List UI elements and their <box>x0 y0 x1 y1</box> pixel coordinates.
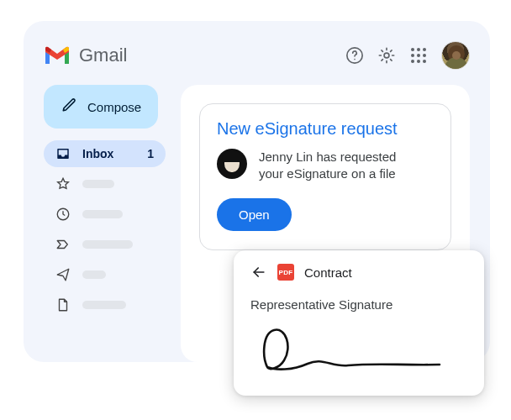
pencil-icon <box>61 97 77 117</box>
signature-document-overlay: PDF Contract Representative Signature <box>234 250 484 396</box>
card-text-line2: your eSignature on a file <box>259 166 396 181</box>
sidebar-item-important[interactable] <box>44 231 166 258</box>
important-icon <box>55 237 71 252</box>
card-text: Jenny Lin has requested your eSignature … <box>259 149 396 183</box>
svg-point-5 <box>423 48 426 51</box>
inbox-label: Inbox <box>82 147 135 160</box>
svg-point-2 <box>384 53 389 58</box>
app-title: Gmail <box>79 45 127 66</box>
snoozed-placeholder <box>82 210 123 218</box>
svg-point-6 <box>411 54 414 57</box>
open-button[interactable]: Open <box>217 198 292 231</box>
compose-label: Compose <box>87 100 141 114</box>
svg-point-4 <box>417 48 420 51</box>
sender-avatar <box>217 149 247 179</box>
starred-placeholder <box>82 180 114 188</box>
gmail-logo-icon <box>44 45 71 66</box>
sidebar-item-inbox[interactable]: Inbox 1 <box>44 140 166 167</box>
sidebar-item-sent[interactable] <box>44 261 166 288</box>
sidebar-item-snoozed[interactable] <box>44 201 166 228</box>
overlay-header: PDF Contract <box>250 264 467 281</box>
inbox-count: 1 <box>147 147 154 160</box>
settings-gear-icon[interactable] <box>377 46 396 65</box>
pdf-icon: PDF <box>277 264 294 281</box>
signature-drawing <box>250 323 452 375</box>
card-text-line1: Jenny Lin has requested <box>259 150 396 164</box>
file-icon <box>55 297 71 312</box>
card-title: New eSignature request <box>217 119 434 139</box>
compose-button[interactable]: Compose <box>44 85 158 129</box>
back-arrow-icon[interactable] <box>250 264 267 281</box>
sidebar: Compose Inbox 1 <box>44 85 166 362</box>
star-icon <box>55 176 71 192</box>
sidebar-item-drafts[interactable] <box>44 291 166 318</box>
header: Gmail <box>44 36 470 75</box>
header-actions <box>345 41 470 70</box>
important-placeholder <box>82 240 133 249</box>
svg-point-9 <box>411 60 414 63</box>
svg-point-10 <box>417 60 420 63</box>
svg-point-3 <box>411 48 414 51</box>
sent-icon <box>55 267 71 282</box>
help-icon[interactable] <box>345 46 364 65</box>
esignature-request-card: New eSignature request Jenny Lin has req… <box>199 103 451 250</box>
account-avatar[interactable] <box>441 41 470 70</box>
pdf-icon-label: PDF <box>279 269 293 276</box>
svg-point-8 <box>423 54 426 57</box>
svg-point-11 <box>423 60 426 63</box>
svg-point-7 <box>417 54 420 57</box>
sent-placeholder <box>82 270 106 279</box>
document-name: Contract <box>304 265 352 280</box>
apps-grid-icon[interactable] <box>409 46 428 65</box>
inbox-icon <box>55 146 71 161</box>
svg-point-1 <box>354 59 356 60</box>
clock-icon <box>55 207 71 222</box>
sidebar-item-starred[interactable] <box>44 171 166 197</box>
drafts-placeholder <box>82 301 126 309</box>
gmail-brand: Gmail <box>44 45 127 66</box>
card-body: Jenny Lin has requested your eSignature … <box>217 149 434 183</box>
signature-field-label: Representative Signature <box>250 297 467 312</box>
